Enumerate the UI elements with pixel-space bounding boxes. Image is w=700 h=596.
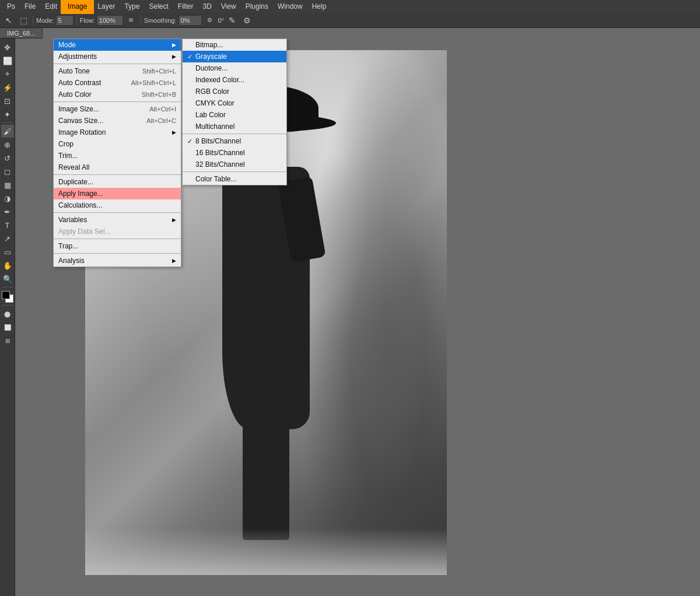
toolbar-flow-input[interactable]	[97, 15, 123, 26]
menu-image-rotation[interactable]: Image Rotation ▶	[54, 127, 181, 138]
menu-reveal-all-label: Reveal All	[58, 163, 89, 171]
menu-calculations-label: Calculations...	[58, 201, 102, 209]
mode-32bits-label: 32 Bits/Channel	[195, 160, 245, 169]
menu-auto-tone-label: Auto Tone	[58, 67, 90, 75]
menu-apply-image[interactable]: Apply Image...	[54, 188, 181, 199]
menu-variables[interactable]: Variables ▶	[54, 214, 181, 226]
tool-quick-select[interactable]: ⚡	[1, 81, 14, 94]
mode-indexed-color[interactable]: Indexed Color...	[183, 74, 286, 86]
mode-8bits[interactable]: ✓ 8 Bits/Channel	[183, 135, 286, 147]
menu-analysis-label: Analysis	[58, 257, 85, 265]
menubar-image[interactable]: Image	[62, 0, 93, 13]
menubar-help[interactable]: Help	[307, 1, 331, 12]
mode-lab[interactable]: Lab Color	[183, 109, 286, 121]
mode-grayscale-label: Grayscale	[195, 52, 227, 61]
menubar-select[interactable]: Select	[144, 1, 173, 12]
menu-crop[interactable]: Crop	[54, 138, 181, 150]
toolbar: ↖ ⬚ Mode: Flow: ≋ Smoothing: ⚙ 0° ✎ ⚙	[0, 13, 700, 28]
tool-zoom[interactable]: 🔍	[1, 272, 14, 285]
menubar-window[interactable]: Window	[273, 1, 307, 12]
menubar-file[interactable]: File	[20, 1, 40, 12]
tool-hand[interactable]: ✋	[1, 259, 14, 272]
file-tab[interactable]: IMG_68...	[0, 28, 43, 38]
tool-eraser[interactable]: ◻	[1, 165, 14, 178]
toolbar-flow-icon[interactable]: ≋	[125, 14, 138, 27]
mode-duotone[interactable]: Duotone...	[183, 62, 286, 74]
tool-path-select[interactable]: ↗	[1, 232, 14, 245]
menubar-3d[interactable]: 3D	[198, 1, 216, 12]
mode-cmyk-label: CMYK Color	[195, 99, 235, 107]
menu-trim-label: Trim...	[58, 152, 78, 160]
menubar-ps[interactable]: Ps	[2, 1, 20, 12]
tool-clone[interactable]: ⊕	[1, 138, 14, 151]
menubar-type[interactable]: Type	[120, 1, 144, 12]
mode-cmyk[interactable]: CMYK Color	[183, 97, 286, 109]
toolbar-angle-value: 0°	[218, 17, 225, 24]
menu-auto-tone[interactable]: Auto Tone Shift+Ctrl+L	[54, 65, 181, 77]
menubar-plugins[interactable]: Plugins	[241, 1, 273, 12]
menubar-view[interactable]: View	[216, 1, 241, 12]
tool-text[interactable]: T	[1, 219, 14, 232]
menubar-filter[interactable]: Filter	[173, 1, 198, 12]
toolbar-brush-icon[interactable]: ✎	[226, 14, 239, 27]
menubar-edit[interactable]: Edit	[40, 1, 62, 12]
toolbar-mode-input[interactable]	[56, 15, 74, 26]
mode-sep1	[183, 134, 286, 134]
tool-dodge[interactable]: ◑	[1, 192, 14, 205]
menu-apply-data-set[interactable]: Apply Data Set...	[54, 226, 181, 237]
tool-arrow[interactable]: ↖	[2, 14, 15, 27]
mode-submenu: Bitmap... ✓ Grayscale Duotone... Indexed…	[182, 38, 287, 185]
tool-shape[interactable]: ▭	[1, 246, 14, 258]
menu-crop-label: Crop	[58, 140, 74, 148]
tool-quick-mask[interactable]: ⬤	[1, 307, 14, 320]
menu-adjustments-arrow: ▶	[172, 54, 176, 59]
mode-rgb[interactable]: RGB Color	[183, 86, 286, 97]
tool-screen-mode[interactable]: ⬜	[1, 321, 14, 334]
file-tab-label: IMG_68...	[7, 30, 35, 37]
toolbar-settings-icon[interactable]: ⚙	[240, 14, 253, 27]
menu-adjustments[interactable]: Adjustments ▶	[54, 51, 181, 62]
menu-auto-contrast-shortcut: Alt+Shift+Ctrl+L	[131, 79, 176, 86]
menu-trim[interactable]: Trim...	[54, 150, 181, 162]
mode-grayscale[interactable]: ✓ Grayscale	[183, 51, 286, 62]
menu-mode[interactable]: Mode ▶	[54, 39, 181, 51]
photo-shadow-right	[301, 50, 447, 575]
tool-move[interactable]: ✥	[1, 41, 14, 54]
tool-pen[interactable]: ✒	[1, 205, 14, 218]
toolbar-angle-btn[interactable]: ⚙	[204, 14, 216, 27]
menu-canvas-size[interactable]: Canvas Size... Alt+Ctrl+C	[54, 115, 181, 127]
menu-auto-contrast-label: Auto Contrast	[58, 79, 101, 87]
mode-multichannel[interactable]: Multichannel	[183, 121, 286, 132]
tool-rectangle-select[interactable]: ⬜	[1, 54, 14, 67]
menu-reveal-all[interactable]: Reveal All	[54, 162, 181, 173]
tool-history-brush[interactable]: ↺	[1, 152, 14, 164]
color-swatches[interactable]	[1, 290, 14, 303]
tool-artboard[interactable]: ⊞	[1, 334, 14, 347]
img-sep3	[54, 174, 181, 175]
image-menu: Mode ▶ Adjustments ▶ Auto Tone Shift+Ctr…	[53, 38, 181, 267]
tool-lasso[interactable]: ⌖	[1, 68, 14, 80]
tool-brush[interactable]: 🖌	[1, 125, 14, 138]
tool-eyedropper[interactable]: ✦	[1, 108, 14, 121]
mode-color-table[interactable]: Color Table...	[183, 173, 286, 185]
mode-grayscale-check: ✓	[187, 53, 195, 61]
tool-crop[interactable]: ⊡	[1, 94, 14, 107]
mode-32bits[interactable]: 32 Bits/Channel	[183, 159, 286, 170]
tool-gradient[interactable]: ▦	[1, 178, 14, 191]
img-sep2	[54, 101, 181, 102]
menu-analysis[interactable]: Analysis ▶	[54, 255, 181, 267]
menu-auto-contrast[interactable]: Auto Contrast Alt+Shift+Ctrl+L	[54, 77, 181, 89]
menubar-layer[interactable]: Layer	[93, 1, 120, 12]
menu-image-size-label: Image Size...	[58, 105, 99, 113]
mode-16bits[interactable]: 16 Bits/Channel	[183, 147, 286, 159]
figure-legs	[243, 423, 289, 540]
menu-calculations[interactable]: Calculations...	[54, 199, 181, 211]
menu-image-size[interactable]: Image Size... Alt+Ctrl+I	[54, 103, 181, 115]
menu-trap[interactable]: Trap...	[54, 240, 181, 252]
toolbox-sep3	[2, 305, 13, 306]
mode-bitmap[interactable]: Bitmap...	[183, 39, 286, 51]
tool-selector[interactable]: ⬚	[17, 14, 30, 27]
menu-auto-color[interactable]: Auto Color Shift+Ctrl+B	[54, 89, 181, 100]
menu-duplicate[interactable]: Duplicate...	[54, 176, 181, 188]
toolbar-smoothing-input[interactable]	[178, 15, 202, 26]
